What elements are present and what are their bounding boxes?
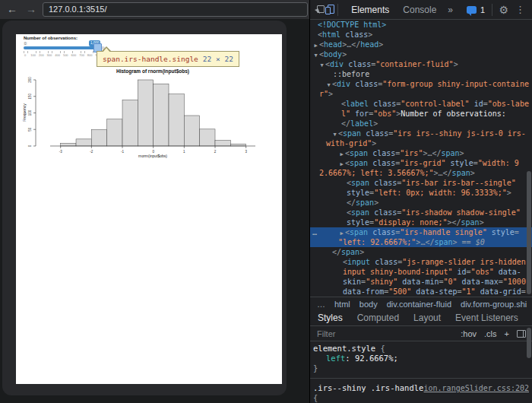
computed-sidebar-icon[interactable] — [517, 330, 526, 338]
gear-icon[interactable]: ⚙ — [499, 4, 508, 16]
code-line[interactable]: <span class="irs-shadow shadow-single" — [310, 208, 532, 217]
svg-text:3: 3 — [245, 150, 247, 154]
elements-tree: <!DOCTYPE html><html class>▶<head>…</hea… — [310, 20, 532, 297]
devtools-panel: ElementsConsole » 1 ⚙ ⋮ <!DOCTYPE html><… — [309, 0, 532, 403]
css-source-link[interactable]: ion.rangeSlider.css:202 — [424, 383, 529, 393]
toggle-hover-state[interactable]: :hov — [461, 329, 477, 338]
new-style-rule-button[interactable]: + — [505, 329, 509, 338]
browser-pane: ← → ⟳ 127.0.0.1:3515/ Number of observat… — [0, 0, 309, 403]
code-line[interactable]: ▼<div class="container-fluid"> — [310, 59, 532, 69]
code-line[interactable]: r"> — [310, 89, 532, 99]
code-line[interactable]: ▶<span class="irs">…</span> — [310, 148, 532, 158]
svg-text:100: 100 — [28, 109, 32, 116]
svg-text:-3: -3 — [59, 150, 62, 154]
code-line[interactable]: data-from="500" data-step="1" data-grid= — [310, 287, 532, 297]
browser-viewport: Number of observations: 0 1,000 01002003… — [0, 19, 309, 403]
device-frame: Number of observations: 0 1,000 01002003… — [2, 21, 287, 395]
code-line[interactable]: with-grid"> — [310, 138, 532, 148]
code-line-selected[interactable]: …▶<span class="irs-handle single" style= — [310, 227, 532, 237]
code-line[interactable]: style="left: 0px; width: 96.3333%;"> — [310, 188, 532, 198]
svg-text:200: 200 — [28, 77, 32, 83]
breadcrumb: …htmlbodydiv.container-fluiddiv.form-gro… — [310, 297, 532, 310]
styles-tab-layout[interactable]: Layout — [413, 313, 441, 323]
code-line[interactable]: <span class="irs-bar irs-bar--single" — [310, 178, 532, 188]
code-line[interactable]: style="display: none;"></span> — [310, 217, 532, 227]
svg-text:50: 50 — [28, 127, 32, 132]
browser-toolbar: ← → ⟳ 127.0.0.1:3515/ — [0, 0, 309, 19]
styles-tab-event-listeners[interactable]: Event Listeners — [455, 313, 518, 323]
message-bubble-icon — [467, 6, 477, 14]
device-toolbar-icon[interactable] — [328, 5, 330, 14]
inspect-tooltip: span.irs-handle.single 22 × 22 — [97, 51, 239, 67]
code-line[interactable]: ▼<span class="irs irs--shiny js-irs-0 ir… — [310, 129, 532, 138]
tab-console[interactable]: Console — [403, 5, 436, 15]
code-line[interactable]: <html class> — [310, 30, 532, 40]
elements-scrollbar[interactable] — [527, 171, 531, 294]
slider-fill — [24, 46, 102, 49]
svg-text:Histogram of rnorm(input$obs): Histogram of rnorm(input$obs) — [116, 68, 189, 75]
svg-text:Frequency: Frequency — [23, 103, 27, 122]
code-line[interactable]: ::before — [310, 69, 532, 79]
svg-text:1: 1 — [183, 150, 185, 154]
code-line[interactable]: ▼<body> — [310, 49, 532, 59]
svg-text:rnorm(input$obs): rnorm(input$obs) — [138, 154, 167, 158]
code-line[interactable]: skin="shiny" data-min="0" data-max="1000… — [310, 277, 532, 287]
filter-input[interactable]: Filter — [317, 329, 335, 338]
tooltip-dimensions: 22 × 22 — [203, 55, 233, 63]
code-line[interactable]: l" for="obs">Number of observations: — [310, 109, 532, 119]
more-tabs-icon[interactable]: » — [448, 5, 453, 15]
url-bar[interactable]: 127.0.0.1:3515/ — [43, 2, 308, 17]
styles-scrollbar[interactable] — [527, 328, 531, 358]
slider-track[interactable] — [24, 46, 105, 49]
svg-text:150: 150 — [28, 94, 32, 100]
forward-icon[interactable]: → — [26, 0, 36, 19]
code-line[interactable]: <!DOCTYPE html> — [310, 20, 532, 30]
svg-text:-2: -2 — [90, 150, 93, 154]
svg-text:2: 2 — [214, 150, 217, 154]
breadcrumb-item[interactable]: body — [359, 300, 378, 309]
breadcrumb-overflow[interactable]: … — [317, 300, 325, 309]
overflow-ellipsis: … — [312, 227, 317, 237]
devtools-tabs: ElementsConsole — [344, 5, 443, 15]
toggle-class[interactable]: .cls — [484, 329, 497, 338]
css-rule: element.style {left: 92.6667%;} — [310, 341, 532, 376]
styles-filter-bar: Filter :hov .cls + — [310, 326, 532, 341]
styles-tab-styles[interactable]: Styles — [318, 313, 343, 323]
code-line[interactable]: <label class="control-label" id="obs-lab… — [310, 99, 532, 109]
breadcrumb-item[interactable]: div.form-group.shi — [461, 300, 527, 309]
css-declaration[interactable]: left: 92.6667%; — [313, 354, 530, 363]
code-line[interactable]: input shiny-bound-input" id="obs" data- — [310, 267, 532, 277]
styles-pane: element.style {left: 92.6667%;}ion.range… — [310, 341, 532, 403]
breadcrumb-item[interactable]: html — [334, 300, 350, 309]
issue-count: 1 — [480, 5, 485, 14]
svg-text:-1: -1 — [121, 150, 124, 154]
css-selector[interactable]: element.style { — [313, 344, 530, 354]
code-line[interactable]: </span> — [310, 247, 532, 257]
code-line[interactable]: ▶<span class="irs-grid" style="width: 9 — [310, 158, 532, 168]
slider-label: Number of observations: — [24, 36, 78, 40]
code-line[interactable]: </span> — [310, 198, 532, 208]
tab-elements[interactable]: Elements — [351, 5, 389, 15]
styles-tabs: StylesComputedLayoutEvent Listeners» — [310, 309, 532, 326]
code-line-selected[interactable]: "left: 92.6667%;">…</span> == $0 — [310, 237, 532, 247]
back-icon[interactable]: ← — [7, 0, 17, 19]
issues-badge[interactable]: 1 — [467, 5, 485, 14]
tooltip-selector: span.irs-handle.single — [103, 55, 198, 63]
shiny-page: Number of observations: 0 1,000 01002003… — [16, 34, 282, 384]
code-line[interactable]: 2.6667%; left: 3.56667%;">…</span> — [310, 168, 532, 178]
code-line[interactable]: ▼<div class="form-group shiny-input-cont… — [310, 79, 532, 89]
styles-tab-computed[interactable]: Computed — [357, 313, 399, 323]
css-rule: ion.rangeSlider.css:202.irs--shiny .irs-… — [310, 378, 532, 403]
inspect-element-icon[interactable] — [317, 5, 319, 14]
breadcrumb-item[interactable]: div.container-fluid — [387, 300, 451, 309]
devtools-toolbar: ElementsConsole » 1 ⚙ ⋮ — [310, 0, 532, 20]
code-line[interactable]: <input class="js-range-slider irs-hidden… — [310, 257, 532, 267]
slider-min-label: 0 — [24, 42, 27, 46]
svg-text:0: 0 — [28, 144, 32, 147]
code-line[interactable]: </label> — [310, 119, 532, 129]
histogram-plot: Histogram of rnorm(input$obs)05010015020… — [23, 65, 266, 158]
code-line[interactable]: ▶<head>…</head> — [310, 40, 532, 49]
kebab-menu-icon[interactable]: ⋮ — [515, 4, 525, 15]
